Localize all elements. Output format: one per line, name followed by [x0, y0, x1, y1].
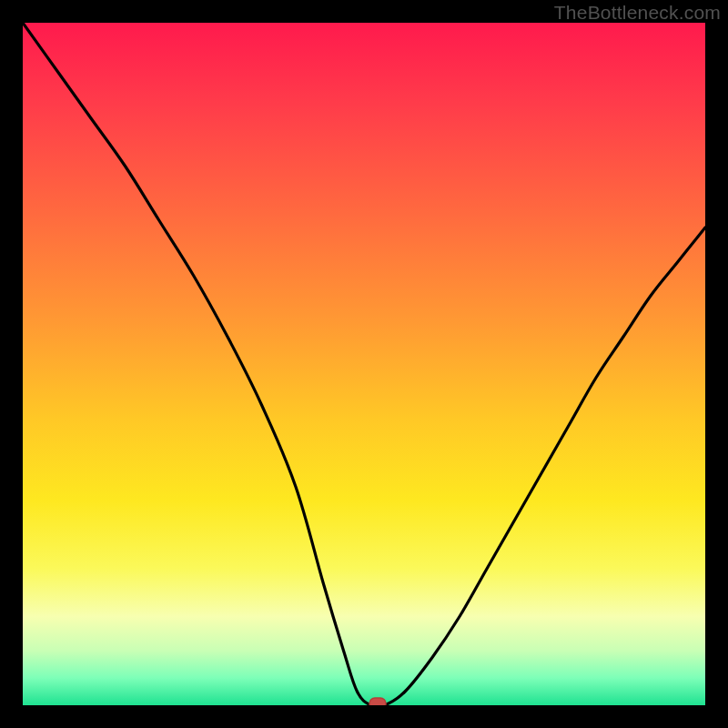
chart-frame: TheBottleneck.com: [0, 0, 728, 728]
optimal-marker: [369, 698, 386, 705]
plot-area: [23, 23, 705, 705]
chart-svg: [23, 23, 705, 705]
bottleneck-curve: [23, 23, 705, 705]
watermark-text: TheBottleneck.com: [554, 2, 721, 24]
